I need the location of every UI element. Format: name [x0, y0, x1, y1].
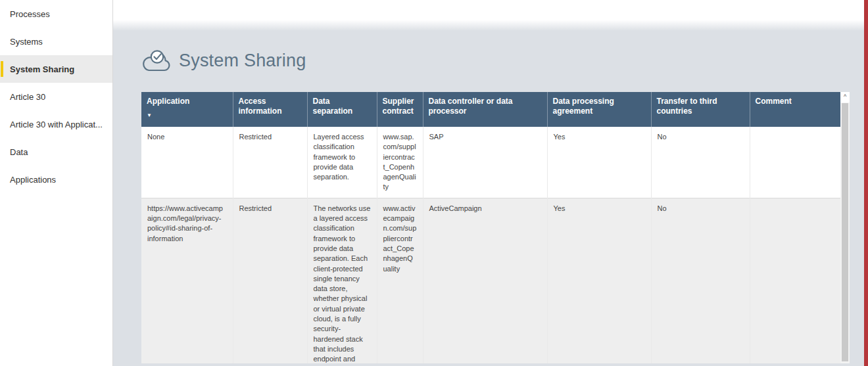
column-header-transfer-to-third-countries[interactable]: Transfer to third countries [651, 92, 750, 127]
cell-data-controller: SAP [423, 127, 547, 198]
cell-data-processing-agreement: Yes [547, 198, 651, 363]
column-header-data-processing-agreement[interactable]: Data processing agreement [547, 92, 651, 127]
column-header-application[interactable]: Application ▼ [141, 92, 233, 127]
column-header-supplier-contract[interactable]: Supplier contract [377, 92, 423, 127]
sidebar-item-systems[interactable]: Systems [0, 28, 112, 55]
sidebar-item-processes[interactable]: Processes [0, 0, 112, 28]
page-header: System Sharing [141, 47, 306, 74]
sidebar: Processes Systems System Sharing Article… [0, 0, 113, 366]
column-header-label: Application [147, 97, 189, 106]
scrollbar-thumb[interactable] [842, 103, 848, 361]
cell-application: https://www.activecampaign.com/legal/pri… [141, 198, 233, 363]
cell-comment [750, 198, 840, 363]
cell-access-information: Restricted [233, 198, 307, 363]
table-header-row: Application ▼ Access information Data se… [141, 92, 840, 127]
cell-supplier-contract: www.activecampaign.com/suppliercontract_… [377, 198, 423, 363]
cell-data-separation: Layered access classification framework … [307, 127, 377, 198]
table-row[interactable]: None Restricted Layered access classific… [141, 127, 840, 198]
active-indicator-bar [1, 61, 3, 77]
scroll-up-icon[interactable]: ^ [840, 92, 850, 103]
cell-supplier-contract: www.sap.com/suppliercontract_CopenhagenQ… [377, 127, 423, 198]
cloud-check-icon [141, 47, 172, 74]
sidebar-item-label: Applications [10, 175, 56, 185]
page-scrollbar[interactable] [864, 0, 868, 366]
cell-data-controller: ActiveCampaign [423, 198, 547, 363]
cell-data-separation: The networks use a layered access classi… [307, 198, 377, 363]
sidebar-item-label: Systems [10, 37, 43, 47]
sort-descending-icon[interactable]: ▼ [147, 113, 228, 118]
sidebar-item-article-30[interactable]: Article 30 [0, 83, 112, 110]
cell-transfer-third-countries: No [651, 127, 750, 198]
column-header-comment[interactable]: Comment [750, 92, 840, 127]
cell-access-information: Restricted [233, 127, 307, 198]
column-header-access-information[interactable]: Access information [233, 92, 307, 127]
sidebar-item-label: System Sharing [10, 64, 74, 74]
sidebar-item-applications[interactable]: Applications [0, 166, 112, 193]
cell-transfer-third-countries: No [651, 198, 750, 363]
column-header-data-controller-or-processor[interactable]: Data controller or data processor [423, 92, 547, 127]
cell-application: None [141, 127, 233, 198]
sidebar-item-system-sharing[interactable]: System Sharing [0, 55, 112, 83]
table-scrollbar[interactable]: ^ [840, 92, 850, 363]
sidebar-item-label: Data [10, 147, 28, 157]
top-fade-strip [113, 0, 868, 32]
data-table: Application ▼ Access information Data se… [141, 92, 840, 363]
page-title: System Sharing [179, 51, 306, 71]
table-row[interactable]: https://www.activecampaign.com/legal/pri… [141, 198, 840, 363]
column-header-data-separation[interactable]: Data separation [307, 92, 377, 127]
sidebar-item-article-30-with-applications[interactable]: Article 30 with Applicat... [0, 110, 112, 138]
system-sharing-table: Application ▼ Access information Data se… [141, 92, 850, 363]
cell-data-processing-agreement: Yes [547, 127, 651, 198]
sidebar-item-label: Article 30 [10, 92, 45, 102]
app-window: Processes Systems System Sharing Article… [0, 0, 868, 366]
sidebar-item-label: Processes [10, 9, 50, 19]
cell-comment [750, 127, 840, 198]
sidebar-item-label: Article 30 with Applicat... [10, 120, 103, 129]
sidebar-item-data[interactable]: Data [0, 138, 112, 166]
